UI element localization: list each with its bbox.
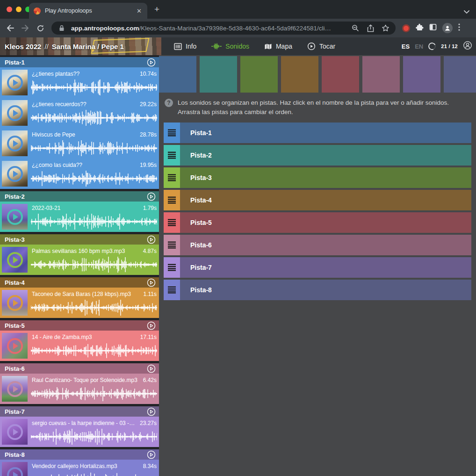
forward-button[interactable]: [19, 22, 32, 35]
clip-thumbnail[interactable]: [2, 161, 28, 187]
audio-clip[interactable]: Palmas sevillanas 160 bpm mp3.mp34.87s: [0, 245, 159, 275]
clip-thumbnail[interactable]: [2, 130, 28, 156]
track-row[interactable]: Pista-2: [164, 145, 471, 166]
audio-clip[interactable]: ¿¿como las cuida??19.95s: [0, 159, 159, 189]
track-name[interactable]: Pista-2: [5, 193, 147, 200]
track-name[interactable]: Pista-4: [5, 279, 147, 286]
track-play-icon[interactable]: [147, 407, 156, 416]
track-play-icon[interactable]: [147, 58, 156, 67]
clip-thumbnail[interactable]: [2, 419, 28, 445]
main-panel: ? Los sonidos se organizan en pistas. Ha…: [159, 55, 476, 476]
track-header[interactable]: Pista-6: [0, 363, 159, 374]
track-name[interactable]: Pista-6: [5, 365, 147, 372]
clip-thumbnail[interactable]: [2, 247, 28, 273]
close-window-button[interactable]: [7, 7, 12, 12]
track-header[interactable]: Pista-7: [0, 406, 159, 417]
track-header[interactable]: Pista-8: [0, 449, 159, 460]
track-name[interactable]: Pista-1: [5, 59, 147, 66]
track-row[interactable]: Pista-6: [164, 235, 471, 255]
track-name[interactable]: Pista-5: [5, 322, 147, 329]
track-drag-handle[interactable]: [164, 123, 180, 143]
track-play-icon[interactable]: [147, 450, 156, 459]
track-drag-handle[interactable]: [164, 190, 180, 210]
account-icon[interactable]: [463, 41, 472, 52]
audio-clip[interactable]: Hiviscus de Pepe28.78s: [0, 128, 159, 159]
track-drag-handle[interactable]: [164, 145, 180, 166]
clip-duration: 17.11s: [140, 334, 157, 340]
track-row[interactable]: Pista-4: [164, 190, 471, 210]
track-header[interactable]: Pista-5: [0, 320, 159, 331]
track-drag-handle[interactable]: [164, 212, 180, 233]
app-nav: Info Sonidos Mapa Tocar: [168, 37, 341, 55]
track-play-icon[interactable]: [147, 321, 156, 330]
track-drag-handle[interactable]: [164, 167, 180, 188]
track-name[interactable]: Pista-8: [5, 451, 147, 458]
track-name[interactable]: Pista-7: [5, 408, 147, 415]
screen-record-extension-icon[interactable]: [402, 24, 410, 32]
browser-profile-avatar[interactable]: [442, 23, 453, 33]
track-drag-handle[interactable]: [164, 280, 180, 300]
audio-clip[interactable]: Vendedor callejero Hortalizas.mp38.34s: [0, 460, 159, 476]
share-icon[interactable]: [365, 24, 376, 32]
clip-thumbnail[interactable]: [2, 462, 28, 476]
track-row[interactable]: Pista-3: [164, 167, 471, 188]
track-name[interactable]: Pista-3: [5, 236, 147, 243]
window-controls[interactable]: [7, 7, 31, 12]
new-tab-button[interactable]: +: [154, 6, 159, 13]
track-header[interactable]: Pista-1: [0, 57, 159, 67]
side-panel-icon[interactable]: [429, 23, 437, 33]
audio-clip[interactable]: 2022-03-211.79s: [0, 202, 159, 232]
nav-info[interactable]: Info: [168, 37, 202, 55]
track-play-icon[interactable]: [147, 192, 156, 201]
audio-clip[interactable]: Taconeo de Sara Baras (128 kbps).mp31.11…: [0, 288, 159, 318]
nav-sonidos[interactable]: Sonidos: [205, 37, 255, 55]
zoom-page-icon[interactable]: [350, 24, 361, 32]
nav-mapa[interactable]: Mapa: [258, 37, 298, 55]
audio-clip[interactable]: ¿¿tienes recuerdos??29.22s: [0, 98, 159, 128]
track-play-icon[interactable]: [147, 235, 156, 244]
back-button[interactable]: [4, 22, 17, 35]
audio-clip[interactable]: sergio cuevas - la harpe indienne - 03 -…: [0, 417, 159, 447]
close-tab-icon[interactable]: ✕: [136, 7, 143, 15]
clip-thumbnail[interactable]: [2, 376, 28, 402]
clip-thumbnail[interactable]: [2, 333, 28, 359]
url-text[interactable]: app.antropoloops.com/Kleos-Santa-Marina/…: [71, 25, 346, 32]
clip-thumbnail[interactable]: [2, 70, 28, 95]
track-row[interactable]: Pista-8: [164, 280, 471, 300]
track-play-icon[interactable]: [147, 364, 156, 373]
browser-menu-kebab-icon[interactable]: [458, 23, 460, 33]
track-header[interactable]: Pista-3: [0, 234, 159, 245]
track-row[interactable]: Pista-1: [164, 123, 471, 143]
track-header[interactable]: Pista-4: [0, 277, 159, 288]
clip-waveform: [31, 79, 157, 96]
nav-tocar[interactable]: Tocar: [301, 37, 341, 55]
extensions-puzzle-icon[interactable]: [416, 23, 424, 33]
track-drag-handle[interactable]: [164, 235, 180, 255]
audio-clip[interactable]: 14 - Aire de Zamba.mp317.11s: [0, 331, 159, 361]
clip-thumbnail[interactable]: [2, 100, 28, 126]
track-color-swatch: [362, 56, 400, 93]
track-row[interactable]: Pista-7: [164, 257, 471, 278]
sidebar-track-section: Pista-22022-03-211.79s: [0, 191, 159, 232]
language-es[interactable]: ES: [402, 43, 410, 50]
audio-clip[interactable]: Raul Cantizano- Toque por Solenoide.mp36…: [0, 374, 159, 404]
clip-thumbnail[interactable]: [2, 204, 28, 230]
track-play-icon[interactable]: [147, 278, 156, 287]
bookmark-star-icon[interactable]: [380, 24, 391, 32]
browser-toolbar: app.antropoloops.com/Kleos-Santa-Marina/…: [0, 19, 476, 37]
url-bar[interactable]: app.antropoloops.com/Kleos-Santa-Marina/…: [51, 22, 396, 35]
language-en[interactable]: EN: [415, 43, 423, 50]
minimize-window-button[interactable]: [16, 7, 22, 12]
lock-icon[interactable]: [56, 25, 67, 31]
browser-tab[interactable]: Play Antropoloops ✕: [29, 3, 147, 19]
clip-thumbnail[interactable]: [2, 290, 28, 316]
favicon-icon: [34, 7, 41, 14]
track-drag-handle[interactable]: [164, 257, 180, 278]
track-header[interactable]: Pista-2: [0, 191, 159, 202]
tab-search-chevron-icon[interactable]: [464, 7, 469, 16]
reload-button[interactable]: [34, 22, 47, 35]
audio-clip[interactable]: ¿¿tienes plantas??10.74s: [0, 67, 159, 98]
track-row[interactable]: Pista-5: [164, 212, 471, 233]
loop-progress-spinner: [427, 42, 437, 51]
sidebar-track-section: Pista-3Palmas sevillanas 160 bpm mp3.mp3…: [0, 234, 159, 275]
